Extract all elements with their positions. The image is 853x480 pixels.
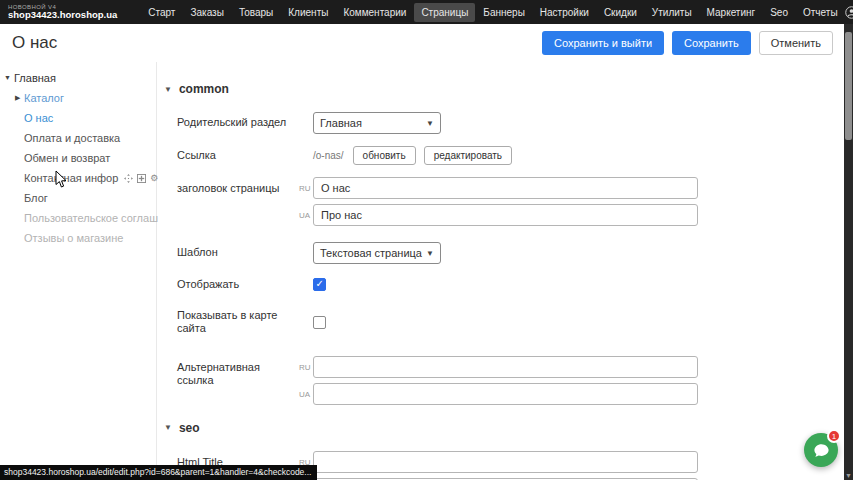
alt-link-ru-input[interactable] (313, 356, 698, 378)
nav-item-pages[interactable]: Страницы (414, 3, 475, 22)
field-label: Ссылка (177, 149, 299, 162)
lang-label-ua: UA (299, 210, 313, 220)
lang-label-ua: UA (299, 389, 313, 399)
refresh-link-button[interactable]: обновить (353, 146, 416, 165)
nav-item-utilities[interactable]: Утилиты (645, 3, 699, 22)
top-bar: НОВОВНОЙ V4 shop34423.horoshop.ua Старт … (0, 0, 853, 24)
section-seo-header[interactable]: ▼ seo (158, 421, 845, 435)
topbar-icon-group (845, 6, 853, 19)
page-header: О нас Сохранить и выйти Сохранить Отмени… (0, 24, 845, 62)
browser-status-bar: shop34423.horoshop.ua/edit/edit.php?id=6… (0, 465, 317, 480)
section-title: common (179, 82, 229, 96)
page-title: О нас (12, 33, 57, 53)
nav-item-products[interactable]: Товары (232, 3, 280, 22)
admin-page: НОВОВНОЙ V4 shop34423.horoshop.ua Старт … (0, 0, 853, 480)
nav-item-discounts[interactable]: Скидки (597, 3, 644, 22)
chevron-down-icon: ▼ (164, 423, 172, 432)
chat-bubble-icon (813, 442, 830, 459)
chevron-down-icon: ▼ (164, 85, 172, 94)
lang-label-ru: RU (299, 362, 313, 372)
chevron-down-icon[interactable]: ▼ (4, 74, 11, 81)
nav-item-banners[interactable]: Баннеры (476, 3, 531, 22)
select-value: Текстовая страница (320, 247, 422, 259)
tree-item-label: Главная (14, 72, 56, 84)
tree-item-about[interactable]: О нас (0, 108, 156, 128)
tree-item-exchange-return[interactable]: Обмен и возврат (0, 148, 156, 168)
chevron-down-icon: ▼ (426, 249, 434, 258)
tree-item-label: Отзывы о магазине (24, 232, 123, 244)
page-title-ua-input[interactable] (313, 204, 698, 226)
parent-section-select[interactable]: Главная ▼ (313, 112, 441, 134)
scrollbar-down-arrow-icon[interactable]: ▼ (844, 472, 853, 479)
section-common-header[interactable]: ▼ common (158, 82, 845, 96)
scrollbar-thumb[interactable] (845, 32, 852, 140)
header-actions: Сохранить и выйти Сохранить Отменить (542, 31, 833, 55)
html-title-ru-input[interactable] (313, 451, 698, 473)
nav-item-reports[interactable]: Отчеты (796, 3, 845, 22)
tree-item-label: Блог (24, 192, 48, 204)
field-label: Альтернативная ссылка (177, 356, 299, 387)
logo-shop-name: shop34423.horoshop.ua (8, 10, 117, 20)
chevron-right-icon[interactable]: ▶ (15, 94, 20, 102)
nav-item-orders[interactable]: Заказы (183, 3, 230, 22)
edit-link-button[interactable]: редактировать (424, 146, 512, 165)
user-account-icon[interactable] (845, 6, 853, 19)
page-edit-form: ▼ common Родительский раздел Главная ▼ С… (158, 62, 845, 480)
tree-item-home[interactable]: ▼ Главная (0, 68, 156, 88)
nav-item-settings[interactable]: Настройки (533, 3, 596, 22)
tree-item-blog[interactable]: Блог (0, 188, 156, 208)
sitemap-row: Показывать в карте сайта (158, 309, 845, 335)
tree-item-label: Обмен и возврат (24, 152, 110, 164)
lang-label-ru: RU (299, 183, 313, 193)
chat-unread-badge: 1 (827, 429, 841, 443)
tree-item-label: Контактная инфор (24, 172, 118, 184)
display-row: Отображать (158, 278, 845, 291)
parent-section-row: Родительский раздел Главная ▼ (158, 112, 845, 134)
nav-item-clients[interactable]: Клиенты (281, 3, 335, 22)
tree-item-label: Каталог (24, 92, 64, 104)
field-label: Шаблон (177, 246, 299, 259)
alt-link-ua-input[interactable] (313, 383, 698, 405)
cancel-button[interactable]: Отменить (759, 31, 833, 55)
save-and-exit-button[interactable]: Сохранить и выйти (542, 31, 664, 55)
field-label: Показывать в карте сайта (177, 309, 299, 335)
chevron-down-icon: ▼ (426, 119, 434, 128)
link-row: Ссылка /o-nas/ обновить редактировать (158, 146, 845, 165)
nav-item-comments[interactable]: Комментарии (336, 3, 413, 22)
tree-item-user-agreement[interactable]: Пользовательское соглашение (0, 208, 156, 228)
field-label: Отображать (177, 278, 299, 291)
page-url-value: /o-nas/ (313, 150, 344, 161)
section-title: seo (179, 421, 200, 435)
select-value: Главная (320, 117, 362, 129)
tree-item-label: О нас (24, 112, 53, 124)
nav-item-start[interactable]: Старт (141, 3, 182, 22)
tree-item-catalog[interactable]: ▶ Каталог (0, 88, 156, 108)
nav-item-marketing[interactable]: Маркетинг (700, 3, 763, 22)
template-select[interactable]: Текстовая страница ▼ (313, 242, 441, 264)
move-icon[interactable] (124, 174, 133, 183)
page-title-ru-input[interactable] (313, 177, 698, 199)
field-label: заголовок страницы (177, 177, 299, 195)
top-nav: Старт Заказы Товары Клиенты Комментарии … (141, 3, 844, 22)
save-button[interactable]: Сохранить (672, 31, 751, 55)
brand-logo[interactable]: НОВОВНОЙ V4 shop34423.horoshop.ua (0, 4, 127, 20)
alt-link-row: Альтернативная ссылка RU UA (158, 356, 845, 405)
support-chat-button[interactable]: 1 (804, 433, 838, 467)
page-title-row: заголовок страницы RU UA (158, 177, 845, 226)
field-label: Родительский раздел (177, 116, 299, 129)
nav-item-seo[interactable]: Seo (763, 3, 795, 22)
template-row: Шаблон Текстовая страница ▼ (158, 242, 845, 264)
pages-tree-sidebar: ▼ Главная ▶ Каталог О нас Оплата и доста… (0, 62, 157, 480)
tree-item-label: Оплата и доставка (24, 132, 120, 144)
tree-item-shop-reviews[interactable]: Отзывы о магазине (0, 228, 156, 248)
page-scrollbar[interactable]: ▼ (844, 24, 853, 480)
display-checkbox[interactable] (313, 278, 326, 291)
add-subpage-icon[interactable] (137, 174, 146, 183)
tree-item-contact-info[interactable]: Контактная инфор ⚙ (0, 168, 156, 188)
tree-item-payment-delivery[interactable]: Оплата и доставка (0, 128, 156, 148)
sitemap-checkbox[interactable] (313, 316, 326, 329)
